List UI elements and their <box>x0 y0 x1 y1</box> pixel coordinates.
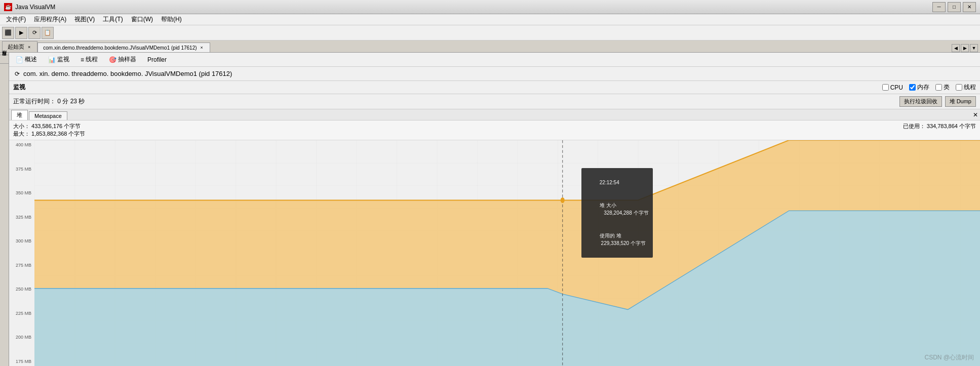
tab-app-label: com.xin.demo.threaddemo.bookdemo.JVisual… <box>43 45 197 51</box>
monitor-header: 监视 CPU 内存 类 线程 <box>9 81 980 94</box>
runtime-actions: 执行垃圾回收 堆 Dump <box>899 96 976 107</box>
checkbox-threads[interactable]: 线程 <box>956 83 976 92</box>
tab-nav-right[interactable]: ▶ <box>961 44 969 52</box>
info-left: 大小： 433,586,176 个字节 最大： 1,853,882,368 个字… <box>13 123 85 138</box>
subtab-threads-icon: ≡ <box>81 56 84 63</box>
content-area: 📄 概述 📊 监视 ≡ 线程 🎯 抽样器 Profiler ⟳ com. xin… <box>9 53 980 366</box>
heap-size-value: 433,586,176 个字节 <box>31 123 81 129</box>
threads-checkbox[interactable] <box>956 84 962 91</box>
subtab-sampler-icon: 🎯 <box>109 56 116 63</box>
y-label-375: 375 MB <box>10 167 33 172</box>
heap-max-row: 最大： 1,853,882,368 个字节 <box>13 130 85 138</box>
cpu-label: CPU <box>890 84 903 91</box>
menu-app[interactable]: 应用程序(A) <box>30 14 70 25</box>
crosshair-dot <box>561 197 565 203</box>
subtab-threads[interactable]: ≡ 线程 <box>77 54 101 65</box>
heap-size-row: 大小： 433,586,176 个字节 <box>13 123 85 130</box>
runtime-value: 0 分 23 秒 <box>57 98 85 105</box>
runtime-label: 正常运行时间： <box>13 98 56 105</box>
tab-app[interactable]: com.xin.demo.threaddemo.bookdemo.JVisual… <box>37 43 210 52</box>
checkbox-classes[interactable]: 类 <box>935 83 950 92</box>
maximize-button[interactable]: □ <box>948 2 961 12</box>
tab-start-close[interactable]: × <box>26 44 32 50</box>
subtab-monitor-label: 监视 <box>57 55 69 64</box>
chart-tab-heap[interactable]: 堆 <box>11 110 28 120</box>
window-controls[interactable]: ─ □ ✕ <box>932 2 976 12</box>
y-label-275: 275 MB <box>10 263 33 268</box>
watermark: CSDN @心流时间 <box>924 353 974 362</box>
app-title-bar: ⟳ com. xin. demo. threaddemo. bookdemo. … <box>9 67 980 81</box>
menu-bar: 文件(F) 应用程序(A) 视图(V) 工具(T) 窗口(W) 帮助(H) <box>0 14 980 25</box>
title-bar: ☕ Java VisualVM ─ □ ✕ <box>0 0 980 14</box>
chart-container: 堆 Metaspace ✕ 大小： 433,586,176 个字节 最大： 1,… <box>9 109 980 366</box>
chart-info: 大小： 433,586,176 个字节 最大： 1,853,882,368 个字… <box>9 120 980 140</box>
checkbox-cpu[interactable]: CPU <box>882 84 903 91</box>
heap-used-value: 334,783,864 个字节 <box>927 123 976 129</box>
heap-used-label: 已使用： <box>903 123 925 129</box>
subtab-profiler[interactable]: Profiler <box>144 55 170 65</box>
menu-tools[interactable]: 工具(T) <box>99 14 127 25</box>
tab-navigation: ◀ ▶ ▼ <box>952 44 978 52</box>
app-title: com. xin. demo. threaddemo. bookdemo. JV… <box>23 70 232 77</box>
checkbox-memory[interactable]: 内存 <box>909 83 929 92</box>
y-label-175: 175 MB <box>10 359 33 364</box>
menu-help[interactable]: 帮助(H) <box>157 14 186 25</box>
tab-nav-left[interactable]: ◀ <box>952 44 960 52</box>
runtime-bar: 正常运行时间： 0 分 23 秒 执行垃圾回收 堆 Dump <box>9 94 980 109</box>
y-label-300: 300 MB <box>10 238 33 243</box>
classes-label: 类 <box>944 83 950 92</box>
main-container: 应用程序 📄 概述 📊 监视 ≡ 线程 🎯 抽样器 Profiler <box>0 53 980 366</box>
menu-file[interactable]: 文件(F) <box>2 14 30 25</box>
tab-bar: 起始页 × com.xin.demo.threaddemo.bookdemo.J… <box>0 40 980 53</box>
subtab-overview-label: 概述 <box>25 55 37 64</box>
toolbar: ⬛ ▶ ⟳ 📋 <box>0 25 980 40</box>
subtab-overview-icon: 📄 <box>16 56 23 63</box>
heap-max-value: 1,853,882,368 个字节 <box>31 131 85 137</box>
menu-view[interactable]: 视图(V) <box>70 14 99 25</box>
chart-close-icon[interactable]: ✕ <box>973 111 978 118</box>
runtime-info: 正常运行时间： 0 分 23 秒 <box>13 97 85 106</box>
tab-nav-menu[interactable]: ▼ <box>970 44 978 52</box>
y-label-350: 350 MB <box>10 190 33 195</box>
toolbar-btn-2[interactable]: ▶ <box>15 27 27 39</box>
heap-dump-button[interactable]: 堆 Dump <box>945 96 976 107</box>
toolbar-btn-4[interactable]: 📋 <box>42 27 54 39</box>
close-button[interactable]: ✕ <box>963 2 976 12</box>
tab-start[interactable]: 起始页 × <box>2 41 37 52</box>
refresh-icon: ⟳ <box>13 70 21 78</box>
subtab-threads-label: 线程 <box>86 55 98 64</box>
subtab-sampler-label: 抽样器 <box>118 55 136 64</box>
sub-tab-bar: 📄 概述 📊 监视 ≡ 线程 🎯 抽样器 Profiler <box>9 53 980 67</box>
memory-checkbox[interactable] <box>909 84 916 91</box>
subtab-profiler-label: Profiler <box>147 56 167 63</box>
tab-app-close[interactable]: × <box>199 45 205 51</box>
subtab-sampler[interactable]: 🎯 抽样器 <box>105 54 140 65</box>
y-label-325: 325 MB <box>10 215 33 220</box>
subtab-overview[interactable]: 📄 概述 <box>12 54 41 65</box>
minimize-button[interactable]: ─ <box>932 2 946 12</box>
classes-checkbox[interactable] <box>935 84 942 91</box>
memory-label: 内存 <box>917 83 929 92</box>
subtab-monitor[interactable]: 📊 监视 <box>45 54 73 65</box>
toolbar-btn-3[interactable]: ⟳ <box>28 27 41 39</box>
chart-svg <box>34 140 980 366</box>
chart-tabs: 堆 Metaspace ✕ <box>9 109 980 120</box>
y-label-400: 400 MB <box>10 142 33 147</box>
y-label-200: 200 MB <box>10 335 33 340</box>
sidebar-tab-app[interactable]: 应用程序 <box>0 55 9 64</box>
cpu-checkbox[interactable] <box>882 84 889 91</box>
y-label-225: 225 MB <box>10 311 33 316</box>
info-right: 已使用： 334,783,864 个字节 <box>903 123 976 130</box>
toolbar-btn-1[interactable]: ⬛ <box>2 27 14 39</box>
heap-size-label: 大小： <box>13 123 30 129</box>
heap-max-label: 最大： <box>13 131 30 137</box>
y-axis: 400 MB 375 MB 350 MB 325 MB 300 MB 275 M… <box>9 140 34 366</box>
gc-button[interactable]: 执行垃圾回收 <box>899 96 942 107</box>
tab-start-label: 起始页 <box>8 43 24 51</box>
menu-window[interactable]: 窗口(W) <box>127 14 157 25</box>
left-sidebar: 应用程序 <box>0 53 9 366</box>
window-title: Java VisualVM <box>15 4 932 11</box>
app-icon: ☕ <box>4 3 12 11</box>
chart-tab-metaspace[interactable]: Metaspace <box>29 111 67 120</box>
monitor-title: 监视 <box>13 83 25 92</box>
